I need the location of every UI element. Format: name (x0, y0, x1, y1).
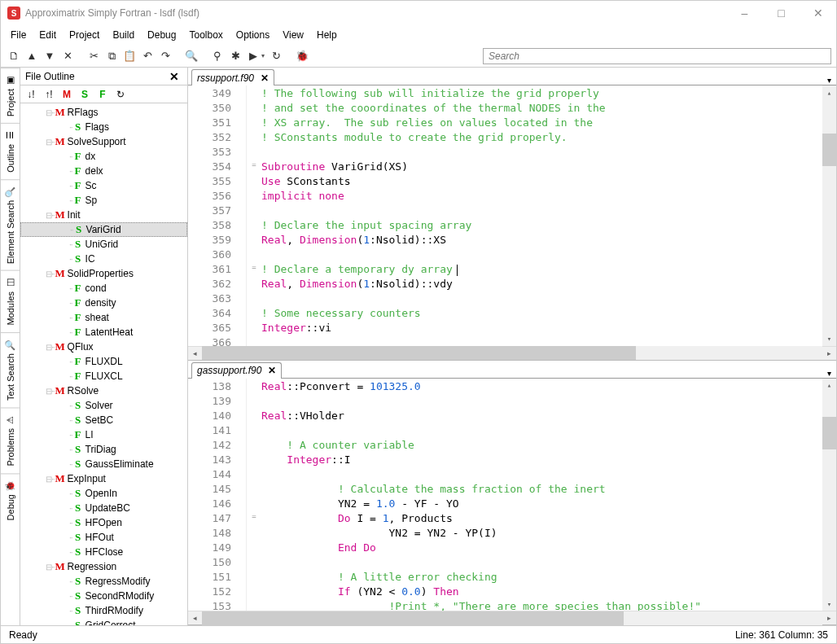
filter-sub-icon[interactable]: S (77, 87, 92, 102)
tree-node-cond[interactable]: ·· F cond (20, 281, 187, 296)
run-icon[interactable]: ▶ (245, 48, 261, 64)
tree-node-density[interactable]: ·· F density (20, 296, 187, 310)
tree-node-updatebc[interactable]: ·· S UpdateBC (20, 501, 187, 515)
tree-node-solver[interactable]: ·· S Solver (20, 398, 187, 413)
new-file-icon[interactable]: 🗋 (6, 48, 22, 64)
tree-node-rsolve[interactable]: ⊟·· M RSolve (20, 383, 187, 398)
tree-node-hfout[interactable]: ·· S HFOut (20, 530, 187, 545)
tree-node-li[interactable]: ·· F LI (20, 427, 187, 442)
editor2-hscroll[interactable]: ◂ ▸ (188, 611, 836, 624)
menu-build[interactable]: Build (106, 28, 141, 42)
tree-node-delx[interactable]: ·· F delx (20, 164, 187, 178)
tab-rssupport[interactable]: rssupport.f90 ✕ (191, 69, 274, 85)
sidetab-modules[interactable]: Modules◫ (1, 270, 20, 332)
outline-close-button[interactable]: ✕ (166, 70, 182, 83)
tree-node-fluxcl[interactable]: ·· F FLUXCL (20, 369, 187, 383)
tree-node-qflux[interactable]: ⊟·· M QFlux (20, 340, 187, 354)
tree-node-flags[interactable]: ·· S Flags (20, 120, 187, 134)
tree-node-dx[interactable]: ·· F dx (20, 149, 187, 164)
editor-tab-menu-icon[interactable]: ▾ (822, 369, 836, 378)
editor2-code[interactable]: Real::Pconvert = 101325.0Real::VHolder !… (261, 379, 822, 611)
tree-node-solidproperties[interactable]: ⊟·· M SolidProperties (20, 266, 187, 281)
filter-func-icon[interactable]: F (95, 87, 110, 102)
save-file-icon[interactable]: ▼ (42, 48, 58, 64)
tree-node-regressmodify[interactable]: ·· S RegressModify (20, 574, 187, 589)
tree-node-ic[interactable]: ·· S IC (20, 252, 187, 266)
tree-node-setbc[interactable]: ·· S SetBC (20, 413, 187, 427)
menu-debug[interactable]: Debug (141, 28, 182, 42)
tab-gassupport[interactable]: gassupport.f90 ✕ (191, 362, 282, 379)
delete-icon[interactable]: ✕ (59, 48, 76, 64)
menu-options[interactable]: Options (230, 28, 276, 42)
sidetab-project[interactable]: Project▣ (1, 68, 20, 123)
search-icon[interactable]: 🔍 (183, 48, 199, 64)
status-right: Line: 361 Column: 35 (735, 629, 828, 641)
sidetab-text-search[interactable]: Text Search🔎 (1, 332, 20, 407)
sidetab-problems[interactable]: Problems⚠ (1, 407, 20, 472)
menu-file[interactable]: File (4, 28, 33, 42)
tree-node-rflags[interactable]: ⊟·· M RFlags (20, 105, 187, 120)
tree-node-unigrid[interactable]: ·· S UniGrid (20, 237, 187, 252)
close-button[interactable]: ✕ (800, 1, 836, 25)
tree-node-fluxdl[interactable]: ·· F FLUXDL (20, 354, 187, 369)
tab-label: rssupport.f90 (197, 72, 254, 84)
maximize-button[interactable]: □ (763, 1, 800, 25)
tree-node-sc[interactable]: ·· F Sc (20, 178, 187, 193)
editor1-hscroll[interactable]: ◂ ▸ (188, 346, 836, 360)
tree-node-varigrid[interactable]: ·· S VariGrid (20, 222, 187, 237)
filter-module-icon[interactable]: M (59, 87, 74, 102)
tree-node-gausseliminate[interactable]: ·· S GaussEliminate (20, 457, 187, 471)
menu-view[interactable]: View (276, 28, 310, 42)
editor-tab-menu-icon[interactable]: ▾ (822, 76, 836, 85)
tree-node-hfclose[interactable]: ·· S HFClose (20, 545, 187, 559)
tab-close-icon[interactable]: ✕ (268, 365, 276, 376)
run-dropdown-icon[interactable]: ▾ (261, 52, 265, 59)
tree-node-secondrmodify[interactable]: ·· S SecondRModify (20, 589, 187, 603)
build-icon[interactable]: ✱ (227, 48, 243, 64)
menubar: FileEditProjectBuildDebugToolboxOptionsV… (1, 25, 836, 45)
clean-icon[interactable]: ⚲ (209, 48, 226, 64)
tree-node-thirdrmodify[interactable]: ·· S ThirdRModify (20, 603, 187, 618)
outline-tree[interactable]: ⊟·· M RFlags·· S Flags⊟·· M SolveSupport… (20, 103, 187, 625)
undo-icon[interactable]: ↶ (139, 48, 156, 64)
paste-icon[interactable]: 📋 (121, 48, 138, 64)
debug-icon[interactable]: 🐞 (294, 48, 310, 64)
outline-refresh-icon[interactable]: ↻ (113, 87, 128, 102)
tree-node-solvesupport[interactable]: ⊟·· M SolveSupport (20, 134, 187, 149)
tree-node-init[interactable]: ⊟·· M Init (20, 208, 187, 222)
tree-node-sheat[interactable]: ·· F sheat (20, 310, 187, 325)
tree-node-latentheat[interactable]: ·· F LatentHeat (20, 325, 187, 340)
side-tab-strip: Project▣Outline☰Element Search🔍Modules◫T… (1, 68, 20, 625)
tree-node-tridiag[interactable]: ·· S TriDiag (20, 442, 187, 457)
tree-node-hfopen[interactable]: ·· S HFOpen (20, 515, 187, 530)
tree-node-sp[interactable]: ·· F Sp (20, 193, 187, 208)
tab-close-icon[interactable]: ✕ (261, 72, 269, 84)
copy-icon[interactable]: ⧉ (103, 48, 120, 64)
tree-node-expinput[interactable]: ⊟·· M ExpInput (20, 471, 187, 486)
menu-edit[interactable]: Edit (33, 28, 63, 42)
menu-toolbox[interactable]: Toolbox (182, 28, 229, 42)
refresh-icon[interactable]: ↻ (268, 48, 284, 64)
app-icon: S (7, 7, 20, 20)
sidetab-outline[interactable]: Outline☰ (1, 123, 20, 179)
sidetab-debug[interactable]: Debug🐞 (1, 473, 20, 527)
editor1-vscroll[interactable]: ▴ ▾ (822, 85, 836, 346)
sort-asc-icon[interactable]: ↓! (24, 87, 38, 102)
editor1-code[interactable]: ! The following sub will initialize the … (261, 85, 822, 346)
editor2-vscroll[interactable]: ▴ ▾ (822, 379, 836, 611)
menu-help[interactable]: Help (310, 28, 344, 42)
sort-desc-icon[interactable]: ↑! (42, 87, 56, 102)
menu-project[interactable]: Project (63, 28, 106, 42)
tab-label: gassupport.f90 (197, 365, 261, 376)
minimize-button[interactable]: – (726, 1, 763, 25)
redo-icon[interactable]: ↷ (157, 48, 173, 64)
titlebar: S Approximatrix Simply Fortran - lsdf (l… (1, 1, 836, 25)
open-file-icon[interactable]: ▲ (24, 48, 40, 64)
tree-node-openin[interactable]: ·· S OpenIn (20, 486, 187, 501)
search-input[interactable] (483, 48, 831, 64)
sidetab-element-search[interactable]: Element Search🔍 (1, 179, 20, 270)
cut-icon[interactable]: ✂ (85, 48, 102, 64)
tree-node-gridcorrect[interactable]: ·· S GridCorrect (20, 618, 187, 625)
tree-node-regression[interactable]: ⊟·· M Regression (20, 559, 187, 574)
status-left: Ready (9, 629, 37, 641)
